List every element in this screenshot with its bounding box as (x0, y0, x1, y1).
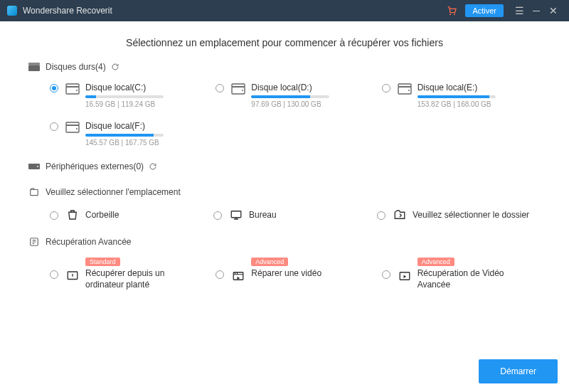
disk-size: 153.82 GB | 168.00 GB (418, 100, 496, 108)
location-item[interactable]: Corbeille (50, 208, 213, 222)
svg-point-17 (37, 166, 38, 167)
cart-icon[interactable] (445, 4, 458, 17)
section-advanced: Récupération Avancée Standard Récupérer … (28, 236, 541, 290)
location-radio[interactable] (50, 211, 58, 220)
location-label: Veuillez sélectionner le dossier (413, 210, 529, 220)
location-item[interactable]: Bureau (213, 208, 377, 222)
disk-name: Disque local(F:) (85, 121, 164, 131)
disk-item[interactable]: Disque local(C:) 16.59 GB | 119.24 GB (50, 83, 208, 108)
disk-item[interactable]: Disque local(E:) 153.82 GB | 168.00 GB (382, 83, 541, 108)
disk-usage-bar (85, 95, 164, 98)
location-label: Bureau (249, 210, 277, 220)
disk-usage-bar (85, 134, 164, 137)
disk-name: Disque local(E:) (418, 83, 496, 92)
advanced-item[interactable]: Standard Récupérer depuis un ordinateur … (50, 258, 208, 290)
disk-item[interactable]: Disque local(F:) 145.57 GB | 167.75 GB (50, 121, 208, 147)
disk-name: Disque local(C:) (85, 83, 164, 92)
desktop-icon (229, 208, 243, 222)
titlebar: Wondershare Recoverit Activer ☰ ─ ✕ (0, 0, 569, 21)
section-external: Périphériques externes(0) (28, 161, 541, 172)
svg-point-15 (76, 128, 78, 129)
disk-usage-bar (251, 95, 329, 98)
disk-size: 16.59 GB | 119.24 GB (85, 100, 164, 108)
badge: Standard (85, 258, 120, 266)
disk-item[interactable]: Disque local(D:) 97.69 GB | 130.00 GB (216, 83, 374, 108)
disk-radio[interactable] (382, 84, 390, 92)
advanced-item[interactable]: Advanced Réparer une vidéo (216, 258, 374, 290)
svg-rect-2 (28, 65, 40, 71)
svg-rect-11 (398, 84, 411, 87)
svg-rect-19 (231, 211, 241, 218)
disk-radio[interactable] (216, 84, 224, 92)
footer: Démarrer (467, 351, 569, 392)
activate-button[interactable]: Activer (465, 4, 504, 17)
refresh-icon[interactable] (148, 161, 158, 171)
video-repair-icon (231, 269, 245, 283)
advanced-label: Réparer une vidéo (251, 268, 321, 280)
advanced-radio[interactable] (216, 270, 224, 279)
disk-icon (65, 122, 80, 133)
disk-radio[interactable] (50, 122, 58, 131)
advanced-label: Récupération de Vidéo Avancée (418, 268, 524, 290)
hard-drive-icon (28, 61, 40, 73)
menu-icon[interactable]: ☰ (511, 2, 528, 19)
app-title: Wondershare Recoverit (23, 6, 112, 16)
section-title: Récupération Avancée (46, 237, 132, 247)
start-button[interactable]: Démarrer (479, 359, 558, 383)
location-label: Corbeille (85, 210, 119, 220)
close-icon[interactable]: ✕ (545, 2, 562, 19)
disk-icon (65, 83, 80, 95)
refresh-icon[interactable] (110, 62, 120, 72)
svg-rect-3 (28, 63, 40, 65)
disk-icon (231, 83, 245, 95)
crash-recovery-icon (65, 269, 80, 283)
svg-rect-18 (31, 190, 38, 196)
svg-rect-8 (232, 84, 245, 87)
badge: Advanced (251, 258, 288, 266)
disk-size: 97.69 GB | 130.00 GB (251, 100, 329, 108)
disk-size: 145.57 GB | 167.75 GB (85, 139, 164, 147)
advanced-label: Récupérer depuis un ordinateur planté (85, 268, 192, 290)
page-heading: Sélectionnez un emplacement pour commenc… (0, 21, 569, 61)
svg-point-12 (408, 90, 410, 91)
folder-select-icon (393, 208, 407, 222)
disk-usage-bar (418, 95, 496, 98)
svg-point-0 (450, 14, 451, 15)
section-disks: Disques durs(4) Disque local(C:) 16.59 G… (28, 61, 541, 147)
advanced-radio[interactable] (382, 270, 390, 279)
disk-radio[interactable] (50, 84, 58, 92)
external-drive-icon (28, 161, 40, 172)
section-title: Périphériques externes(0) (46, 161, 144, 171)
badge: Advanced (418, 258, 454, 266)
svg-point-9 (242, 90, 243, 91)
minimize-icon[interactable]: ─ (528, 2, 545, 19)
section-location: Veuillez sélectionner l'emplacement Corb… (28, 186, 541, 222)
advanced-radio[interactable] (50, 270, 58, 279)
location-icon (28, 186, 40, 198)
svg-rect-5 (66, 84, 79, 87)
location-radio[interactable] (377, 211, 385, 220)
location-item[interactable]: Veuillez sélectionner le dossier (377, 208, 541, 222)
section-title: Veuillez sélectionner l'emplacement (46, 187, 181, 197)
app-logo (7, 6, 17, 16)
svg-point-6 (76, 90, 78, 91)
svg-rect-14 (66, 122, 79, 125)
advanced-video-icon (398, 269, 412, 283)
advanced-icon (28, 236, 40, 248)
recycle-bin-icon (65, 208, 80, 222)
location-radio[interactable] (213, 211, 222, 220)
disk-icon (398, 83, 412, 95)
svg-point-1 (454, 14, 455, 15)
section-title: Disques durs(4) (46, 62, 106, 72)
disk-name: Disque local(D:) (251, 83, 329, 92)
advanced-item[interactable]: Advanced Récupération de Vidéo Avancée (382, 258, 541, 290)
